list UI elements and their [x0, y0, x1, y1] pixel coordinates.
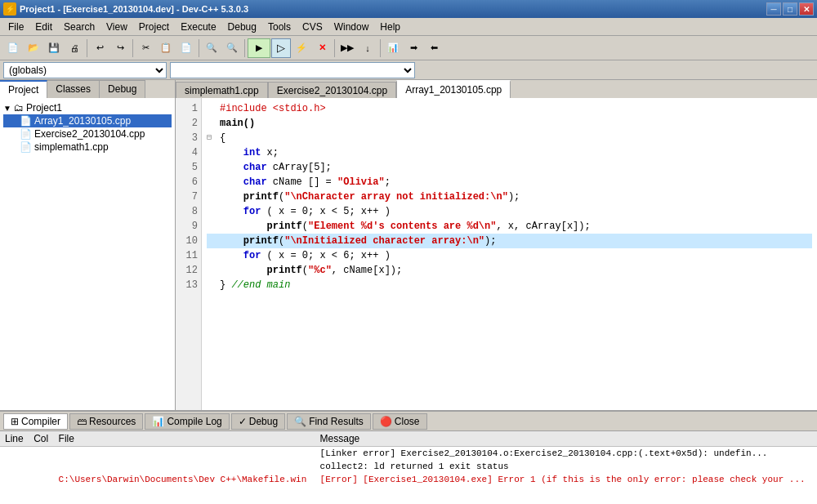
editor-area: simplemath1.cpp Exercise2_20130104.cpp A… [176, 80, 817, 410]
root-expand-icon[interactable]: ▼ [3, 104, 11, 113]
code-text-9-str: "Element %d's contents are %d\n" [308, 219, 496, 234]
find-btn[interactable]: 🔍 [202, 38, 221, 58]
editor-tab-exercise[interactable]: Exercise2_20130104.cpp [268, 82, 396, 98]
err3-file: C:\Users\Darwin\Documents\Dev C++\Makefi… [54, 473, 315, 486]
debug-run-btn[interactable]: ▶▶ [337, 38, 357, 58]
code-text-4-kw: int [220, 145, 261, 160]
right-btn[interactable]: ➡ [404, 38, 423, 58]
code-line-8: for ( x = 0; x < 5; x++ ) [207, 204, 812, 219]
bottom-tab-compilelog[interactable]: 📊 Compile Log [145, 413, 229, 430]
code-text-9-p1: ( [302, 219, 308, 234]
copy-btn[interactable]: 📋 [156, 38, 176, 58]
menu-file[interactable]: File [3, 20, 29, 34]
run-btn[interactable]: ▷ [271, 38, 291, 58]
stop-btn[interactable]: ✕ [312, 38, 332, 58]
sep2 [132, 39, 133, 57]
editor-tab-array[interactable]: Array1_20130105.cpp [396, 80, 511, 98]
menu-execute[interactable]: Execute [176, 20, 221, 34]
sep3 [199, 39, 199, 57]
new-file-btn[interactable]: 📄 [3, 38, 23, 58]
bottom-tab-resources[interactable]: 🗃 Resources [69, 413, 143, 430]
code-text-10-p2: ); [484, 234, 496, 248]
code-text-3: { [220, 131, 225, 145]
gutter-2 [207, 116, 220, 131]
tab-project[interactable]: Project [0, 80, 47, 98]
replace-btn[interactable]: 🔍 [222, 38, 242, 58]
tree-item-array[interactable]: 📄 Array1_20130105.cpp [3, 114, 172, 127]
print-btn[interactable]: 🖨 [65, 38, 84, 58]
code-text-11-rest: ( x = 0; x < 6; x++ ) [261, 248, 390, 263]
app-icon: ⚡ [3, 2, 16, 16]
compilenrun-btn[interactable]: ⚡ [292, 38, 311, 58]
col-col: Col [29, 431, 53, 447]
code-text-10-p1: ( [279, 234, 284, 248]
file-icon-3: 📄 [20, 141, 32, 153]
paste-btn[interactable]: 📄 [176, 38, 196, 58]
code-line-9: printf("Element %d's contents are %d\n",… [207, 219, 812, 234]
tree-item-exercise[interactable]: 📄 Exercise2_20130104.cpp [3, 127, 172, 140]
menu-tools[interactable]: Tools [263, 20, 296, 34]
maximize-button[interactable]: □ [783, 2, 797, 16]
cut-btn[interactable]: ✂ [136, 38, 155, 58]
tree-root[interactable]: ▼ 🗂 Project1 [3, 101, 172, 114]
code-line-5: char cArray[5]; [207, 160, 812, 175]
close-button[interactable]: ✕ [799, 2, 814, 16]
tree-item-simplemath[interactable]: 📄 simplemath1.cpp [3, 140, 172, 154]
file-icon-2: 📄 [20, 128, 32, 140]
gutter-9 [207, 219, 220, 234]
code-content[interactable]: #include <stdio.h> main() ⊟ { int x; [202, 98, 817, 410]
error-row-1: [Linker error] Exercise2_20130104.o:Exer… [0, 447, 817, 461]
compile-btn[interactable]: ▶ [248, 38, 270, 58]
tab-debug[interactable]: Debug [100, 80, 145, 98]
code-editor[interactable]: 1 2 3 4 5 6 7 8 9 10 11 12 13 #include <… [176, 98, 817, 410]
code-text-12-p1: ( [302, 263, 308, 278]
err2-line [0, 460, 29, 473]
menu-project[interactable]: Project [134, 20, 174, 34]
redo-btn[interactable]: ↪ [110, 38, 130, 58]
code-text-12-str: "%c" [308, 263, 332, 278]
code-line-3: ⊟ { [207, 131, 812, 145]
menu-cvs[interactable]: CVS [297, 20, 328, 34]
menu-view[interactable]: View [101, 20, 132, 34]
err1-file [54, 447, 315, 461]
left-btn[interactable]: ⬅ [424, 38, 444, 58]
bottom-tab-close[interactable]: 🔴 Close [373, 413, 427, 430]
debug-tab-label: Debug [249, 416, 278, 427]
project-name: Project1 [26, 102, 62, 114]
gutter-12 [207, 263, 220, 278]
bottom-panel: ⊞ Compiler 🗃 Resources 📊 Compile Log ✓ D… [0, 410, 817, 504]
code-text-8-kw: for [220, 204, 261, 219]
code-line-7: printf("\nCharacter array not initialize… [207, 190, 812, 204]
gutter-8 [207, 204, 220, 219]
open-btn[interactable]: 📂 [24, 38, 43, 58]
gutter-13 [207, 278, 220, 292]
menu-window[interactable]: Window [329, 20, 374, 34]
menu-help[interactable]: Help [375, 20, 405, 34]
code-text-5-kw: char [220, 160, 267, 175]
minimize-button[interactable]: ─ [766, 2, 781, 16]
bottom-tab-debug[interactable]: ✓ Debug [231, 413, 285, 430]
bottom-tab-compiler[interactable]: ⊞ Compiler [3, 413, 68, 430]
file-name-3: simplemath1.cpp [34, 141, 109, 153]
gutter-3: ⊟ [207, 131, 220, 145]
save-btn[interactable]: 💾 [44, 38, 64, 58]
tab-classes[interactable]: Classes [47, 80, 100, 98]
menu-edit[interactable]: Edit [30, 20, 57, 34]
code-text-12-fn: printf [220, 263, 302, 278]
bottom-tab-findresults[interactable]: 🔍 Find Results [287, 413, 371, 430]
col-message: Message [315, 431, 817, 447]
undo-btn[interactable]: ↩ [90, 38, 109, 58]
code-text-6-rest: cName [] = [267, 175, 337, 190]
globals-dropdown[interactable]: (globals) [3, 62, 167, 78]
code-line-10: printf("\nInitialized character array:\n… [207, 234, 812, 248]
bottom-tabs: ⊞ Compiler 🗃 Resources 📊 Compile Log ✓ D… [0, 412, 817, 431]
chart-btn[interactable]: 📊 [383, 38, 403, 58]
scope-dropdown[interactable] [170, 62, 415, 78]
debug-step-btn[interactable]: ↓ [358, 38, 377, 58]
findresults-icon: 🔍 [294, 416, 306, 427]
code-line-11: for ( x = 0; x < 6; x++ ) [207, 248, 812, 263]
menu-debug[interactable]: Debug [223, 20, 261, 34]
editor-tab-simplemath[interactable]: simplemath1.cpp [176, 82, 268, 98]
menu-search[interactable]: Search [59, 20, 100, 34]
gutter-1 [207, 101, 220, 116]
